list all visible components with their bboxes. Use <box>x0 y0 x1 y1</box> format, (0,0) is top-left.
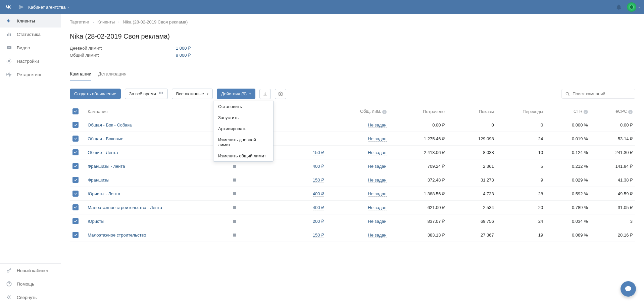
help-icon[interactable]: ? <box>584 110 588 114</box>
sidebar-item-label: Помощь <box>17 282 34 287</box>
cell-clicks: 10 <box>497 146 546 159</box>
daily-limit-value[interactable]: 1 000 ₽ <box>150 46 191 51</box>
row-checkbox[interactable] <box>72 177 79 183</box>
total-limit-value[interactable]: Не задан <box>368 205 386 210</box>
cell-impressions: 0 <box>447 118 497 132</box>
table-row: Общие - Лента150 ₽Не задан2 413.06 ₽8 03… <box>70 146 635 159</box>
cell-ecpc: 141.84 ₽ <box>591 159 635 173</box>
settings-button[interactable] <box>275 89 286 99</box>
total-limit-value[interactable]: Не задан <box>368 150 386 155</box>
main-content: Таргетинг › Клиенты › Nika (28-02-2019 С… <box>61 14 644 304</box>
total-limit-value[interactable]: Не задан <box>368 191 386 197</box>
col-total-limit: Общ. лим.? <box>327 105 389 118</box>
help-icon[interactable]: ? <box>382 110 387 114</box>
cell-ctr: 0.592 % <box>546 187 590 201</box>
dropdown-item[interactable]: Запустить <box>213 112 273 123</box>
row-checkbox[interactable] <box>72 149 79 155</box>
daily-limit-value[interactable]: 150 ₽ <box>313 233 324 238</box>
cell-impressions: 8 038 <box>447 146 497 159</box>
row-checkbox[interactable] <box>72 136 79 142</box>
sidebar-item-megaphone[interactable]: Клиенты <box>0 14 61 28</box>
cell-spent: 621.00 ₽ <box>389 201 447 214</box>
campaign-link[interactable]: Малоэтажное строительство - Лента <box>88 205 162 210</box>
sidebar-item-retarget[interactable]: Ретаргетинг <box>0 68 61 81</box>
cabinet-switcher[interactable]: Кабинет агентства ▾ <box>28 5 69 10</box>
row-checkbox[interactable] <box>72 191 79 197</box>
tab-details[interactable]: Детализация <box>98 71 126 81</box>
create-ad-button[interactable]: Создать объявление <box>70 89 121 99</box>
dropdown-item[interactable]: Остановить <box>213 101 273 112</box>
chat-fab[interactable] <box>621 281 636 297</box>
campaign-link[interactable]: Общая - Боковые <box>88 136 123 141</box>
campaign-link[interactable]: Франшизы <box>88 178 109 183</box>
dropdown-item[interactable]: Изменить дневной лимит <box>213 134 273 150</box>
avatar[interactable] <box>627 2 636 12</box>
gear-icon <box>6 58 12 64</box>
help-icon[interactable]: ? <box>628 110 633 114</box>
sidebar-item-label: Клиенты <box>17 18 35 23</box>
period-selector[interactable]: За всё время <box>125 89 168 99</box>
breadcrumb-item[interactable]: Клиенты <box>97 19 115 24</box>
total-limit-value[interactable]: Не задан <box>368 178 386 183</box>
total-limit-value[interactable]: Не задан <box>368 136 386 142</box>
download-button[interactable] <box>259 89 271 99</box>
search-input[interactable] <box>573 91 632 96</box>
daily-limit-value[interactable]: 400 ₽ <box>313 205 324 210</box>
total-limit-value[interactable]: Не задан <box>368 122 386 128</box>
cell-ctr: 0.034 % <box>546 214 590 228</box>
daily-limit-value[interactable]: 150 ₽ <box>313 150 324 155</box>
cell-ecpc: 49.59 ₽ <box>591 187 635 201</box>
sidebar-item-gear[interactable]: Настройки <box>0 54 61 68</box>
stop-icon <box>233 179 236 182</box>
dropdown-item[interactable]: Архивировать <box>213 123 273 134</box>
col-campaign: Кампания <box>85 105 219 118</box>
dropdown-item[interactable]: Изменить общий лимит <box>213 150 273 161</box>
campaign-link[interactable]: Юристы - Лента <box>88 191 120 196</box>
select-all-checkbox[interactable] <box>72 108 79 114</box>
total-limit-value[interactable]: 8 000 ₽ <box>150 53 191 58</box>
row-checkbox[interactable] <box>72 204 79 210</box>
filter-selector[interactable]: Все активные▾ <box>172 89 213 99</box>
total-limit-value[interactable]: Не задан <box>368 233 386 238</box>
toolbar: Создать объявление За всё время Все акти… <box>70 89 635 99</box>
cell-spent: 2 413.06 ₽ <box>389 146 447 159</box>
campaign-link[interactable]: Общие - Лента <box>88 150 118 155</box>
vk-logo-icon[interactable] <box>4 2 13 12</box>
cell-clicks: 20 <box>497 201 546 214</box>
cell-ecpc: 0.00 ₽ <box>591 118 635 132</box>
search-box[interactable] <box>561 89 635 99</box>
cell-spent: 837.07 ₽ <box>389 214 447 228</box>
row-checkbox[interactable] <box>72 232 79 238</box>
campaign-link[interactable]: Малоэтажное строительство <box>88 233 146 238</box>
sidebar-item-help[interactable]: Помощь <box>0 277 61 291</box>
campaign-link[interactable]: Юристы <box>88 219 104 224</box>
breadcrumb: Таргетинг › Клиенты › Nika (28-02-2019 С… <box>70 19 635 24</box>
send-icon <box>19 4 24 10</box>
stop-icon <box>233 165 236 168</box>
daily-limit-value[interactable]: 400 ₽ <box>313 191 324 197</box>
tab-campaigns[interactable]: Кампании <box>70 71 91 81</box>
cell-impressions: 69 756 <box>447 214 497 228</box>
daily-limit-value[interactable]: 200 ₽ <box>313 219 324 224</box>
daily-limit-value[interactable]: 150 ₽ <box>313 178 324 183</box>
chevron-down-icon[interactable]: ▾ <box>638 5 640 9</box>
period-label: За всё время <box>129 91 156 96</box>
sidebar-item-key[interactable]: Новый кабинет <box>0 264 61 277</box>
sidebar-item-video[interactable]: Видео <box>0 41 61 54</box>
notifications-icon[interactable] <box>615 4 622 10</box>
chevron-right-icon: › <box>93 20 94 24</box>
actions-button[interactable]: Действия (9)▾ <box>217 89 255 99</box>
campaign-link[interactable]: Франшизы - лента <box>88 164 125 169</box>
sidebar-item-label: Статистика <box>17 32 41 37</box>
cell-ctr: 0.789 % <box>546 201 590 214</box>
sidebar-item-collapse[interactable]: Свернуть <box>0 291 61 304</box>
row-checkbox[interactable] <box>72 163 79 169</box>
daily-limit-value[interactable]: 400 ₽ <box>313 164 324 169</box>
breadcrumb-item[interactable]: Таргетинг <box>70 19 89 24</box>
row-checkbox[interactable] <box>72 218 79 224</box>
total-limit-value[interactable]: Не задан <box>368 164 386 169</box>
total-limit-value[interactable]: Не задан <box>368 219 386 224</box>
campaign-link[interactable]: Общая - Бок - Собака <box>88 122 132 128</box>
row-checkbox[interactable] <box>72 122 79 128</box>
sidebar-item-stats[interactable]: Статистика <box>0 28 61 41</box>
